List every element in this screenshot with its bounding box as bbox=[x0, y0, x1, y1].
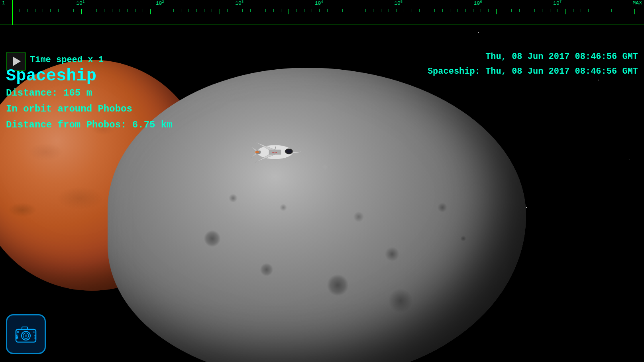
tick bbox=[365, 9, 373, 12]
tick bbox=[542, 9, 550, 12]
tick bbox=[81, 9, 89, 14]
star bbox=[578, 119, 578, 120]
tick bbox=[89, 9, 96, 12]
tick bbox=[319, 9, 327, 12]
tick bbox=[527, 9, 534, 12]
tick bbox=[604, 9, 611, 12]
tick bbox=[12, 9, 20, 14]
tick bbox=[565, 9, 573, 14]
tick bbox=[488, 9, 496, 12]
tick bbox=[389, 9, 396, 12]
tick bbox=[96, 9, 104, 12]
ruler-label-max: MAX bbox=[633, 0, 642, 6]
tick bbox=[242, 9, 250, 12]
tick bbox=[58, 9, 66, 12]
tick bbox=[196, 9, 204, 12]
tick bbox=[158, 9, 165, 12]
tick bbox=[511, 9, 519, 12]
tick bbox=[550, 9, 558, 12]
tick bbox=[27, 9, 35, 12]
tick-container bbox=[12, 9, 642, 15]
tick bbox=[220, 9, 227, 14]
tick bbox=[442, 9, 450, 12]
svg-text:NASA: NASA bbox=[272, 151, 277, 154]
tick bbox=[342, 9, 350, 12]
tick bbox=[634, 9, 642, 14]
tick bbox=[35, 9, 43, 12]
tick bbox=[296, 9, 304, 12]
tick bbox=[627, 9, 634, 12]
tick bbox=[104, 9, 112, 12]
ruler-bar: 1 101 102 103 104 105 106 107 MAX bbox=[0, 0, 644, 25]
tick bbox=[181, 9, 188, 12]
tick bbox=[404, 9, 411, 12]
tick bbox=[250, 9, 258, 12]
svg-point-2 bbox=[286, 150, 292, 153]
tick bbox=[519, 9, 527, 12]
tick bbox=[419, 9, 427, 12]
ruler-label-10-3: 103 bbox=[235, 0, 243, 6]
tick bbox=[66, 9, 73, 12]
tick bbox=[173, 9, 181, 12]
star bbox=[538, 60, 538, 60]
cursor-line bbox=[12, 0, 13, 25]
svg-point-7 bbox=[255, 151, 259, 153]
tick bbox=[327, 9, 335, 12]
tick bbox=[504, 9, 511, 12]
tick bbox=[496, 9, 504, 14]
tick bbox=[289, 9, 296, 14]
star bbox=[590, 259, 590, 259]
tick bbox=[427, 9, 434, 14]
tick bbox=[258, 9, 265, 12]
tick bbox=[412, 9, 419, 12]
tick bbox=[204, 9, 212, 12]
tick bbox=[335, 9, 342, 12]
tick bbox=[304, 9, 312, 12]
tick bbox=[227, 9, 235, 12]
tick bbox=[381, 9, 389, 12]
ruler-label-10-6: 106 bbox=[474, 0, 482, 6]
tick bbox=[373, 9, 381, 12]
tick bbox=[465, 9, 473, 12]
tick bbox=[135, 9, 143, 12]
tick bbox=[43, 9, 50, 12]
tick bbox=[73, 9, 81, 12]
tick bbox=[534, 9, 542, 12]
ruler-labels: 1 101 102 103 104 105 106 107 MAX bbox=[0, 0, 644, 6]
phobos-moon bbox=[108, 68, 526, 362]
tick bbox=[588, 9, 596, 12]
ruler-label-10-2: 102 bbox=[156, 0, 164, 6]
tick bbox=[143, 9, 150, 12]
tick bbox=[358, 9, 365, 14]
ruler-label-10-7: 107 bbox=[553, 0, 562, 6]
tick bbox=[20, 9, 27, 12]
tick bbox=[273, 9, 281, 12]
spaceship-object: NASA bbox=[247, 131, 303, 171]
tick bbox=[450, 9, 457, 12]
tick bbox=[112, 9, 120, 12]
star bbox=[526, 207, 527, 208]
tick bbox=[188, 9, 196, 12]
star bbox=[478, 32, 479, 33]
tick bbox=[312, 9, 319, 12]
star bbox=[630, 159, 630, 160]
tick bbox=[581, 9, 588, 12]
tick bbox=[573, 9, 581, 12]
tick bbox=[396, 9, 404, 12]
ruler-label-10-1: 101 bbox=[76, 0, 84, 6]
ruler-label-1: 1 bbox=[2, 0, 5, 6]
tick bbox=[235, 9, 242, 12]
tick bbox=[212, 9, 219, 12]
tick bbox=[434, 9, 442, 12]
tick bbox=[50, 9, 58, 12]
ruler-label-10-4: 104 bbox=[315, 0, 323, 6]
tick bbox=[265, 9, 273, 12]
tick bbox=[350, 9, 357, 12]
tick bbox=[558, 9, 565, 12]
tick bbox=[457, 9, 465, 12]
tick bbox=[611, 9, 619, 12]
tick bbox=[127, 9, 135, 12]
tick bbox=[150, 9, 158, 14]
tick bbox=[473, 9, 481, 12]
star bbox=[598, 80, 599, 80]
